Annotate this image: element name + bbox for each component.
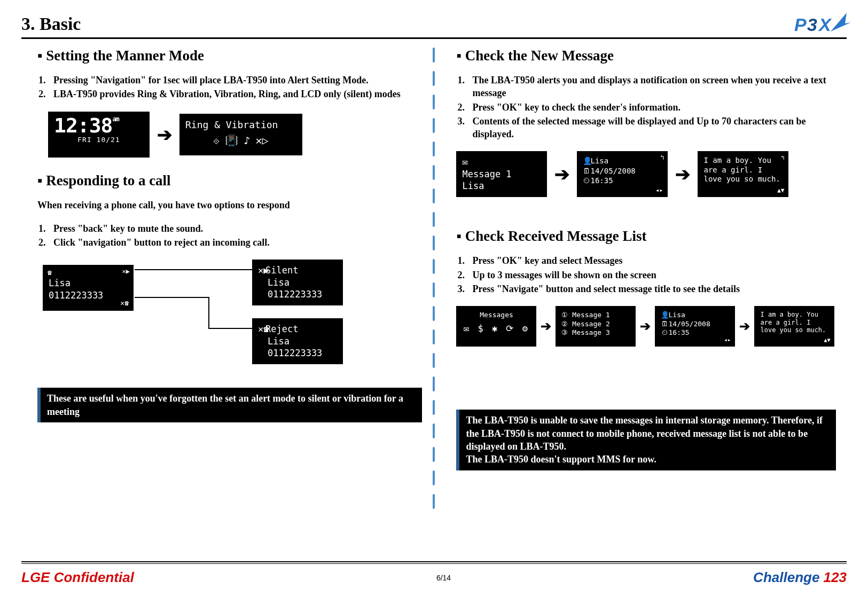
title-rule — [21, 37, 847, 39]
list-item: Up to 3 messages will be shown on the sc… — [467, 269, 836, 281]
arrow-icon: ➔ — [675, 163, 690, 185]
arrow-icon: ➔ — [157, 124, 172, 145]
page-title: 3. Basic — [21, 14, 847, 34]
lcd-message-body: I am a boy. You are a girl. I love you s… — [698, 151, 788, 197]
connector — [208, 297, 209, 329]
list-item: Contents of the selected message will be… — [467, 115, 836, 141]
silent-number: 0112223333 — [258, 288, 337, 300]
svg-text:X: X — [818, 14, 832, 35]
lcd-clock: 12:38am FRI 10/21 — [48, 112, 150, 158]
section-title-responding: Responding to a call — [37, 172, 422, 189]
footer-rule — [21, 563, 847, 564]
arrow-icon: ➔ — [739, 319, 750, 334]
left-column: Setting the Manner Mode Pressing "Naviga… — [21, 48, 433, 517]
phone-icon: ☎ — [48, 269, 52, 277]
list-item: Press "Navigate" button and select messa… — [467, 282, 836, 295]
section-title-new-message: Check the New Message — [456, 48, 836, 64]
footer-rule — [21, 561, 847, 562]
menu-icons: ✉ $ ✱ ⟳ ⚙ — [462, 323, 530, 334]
mute-icon: ✕▶ — [122, 268, 130, 275]
vibration-icon: 📳 — [225, 134, 238, 147]
responding-steps: Press "back" key to mute the sound. Clic… — [37, 222, 422, 249]
sender-time: 16:35 — [668, 328, 689, 336]
lcd-reject: ✕☎Reject Lisa 0112223333 — [252, 318, 343, 364]
nav-arrows-icon: ◂▸ — [724, 336, 731, 344]
arrow-icon: ➔ — [554, 163, 569, 185]
silent-icon: ✕▷ — [255, 134, 268, 147]
list-item: The LBA-T950 alerts you and displays a n… — [467, 74, 836, 100]
connector — [135, 269, 252, 270]
sender-date: 14/05/2008 — [590, 167, 635, 175]
lcd-incoming-call: ✕▶ ☎ Lisa 0112223333 ✕☎ — [43, 265, 134, 311]
message-list-steps: Press "OK" key and select Messages Up to… — [456, 254, 836, 295]
lcd-silent: ✕▶Silent Lisa 0112223333 — [252, 260, 343, 305]
reject-name: Lisa — [258, 335, 337, 347]
note-manner: These are useful when you've forgotten t… — [37, 388, 422, 422]
list-item: LBA-T950 provides Ring & Vibration, Vibr… — [48, 88, 422, 100]
clock-icon: ⏲ — [583, 176, 590, 185]
calendar-icon: 🗓 — [583, 166, 590, 176]
person-icon: 👤 — [583, 156, 590, 166]
svg-text:P: P — [794, 14, 807, 35]
manner-mode-screens: 12:38am FRI 10/21 ➔ Ring & Vibration ⟐ 📳… — [48, 112, 422, 158]
list-item: Click "navigation" button to reject an i… — [48, 236, 422, 249]
reject-label: Reject — [265, 324, 298, 334]
section-title-manner-mode: Setting the Manner Mode — [37, 48, 422, 64]
arrow-icon: ➔ — [541, 319, 551, 334]
notify-title: Message 1 — [462, 168, 541, 180]
message-body: I am a boy. You are a girl. I love you s… — [703, 156, 783, 184]
lcd-message-body: I am a boy. You are a girl. I love you s… — [754, 306, 834, 347]
svg-text:3: 3 — [807, 14, 817, 35]
connector — [135, 297, 209, 298]
column-divider — [433, 48, 435, 517]
clock-icon: ⏲ — [661, 328, 668, 337]
page-number: 6/14 — [436, 574, 451, 582]
manner-mode-steps: Pressing "Navigation" for 1sec will plac… — [37, 74, 422, 101]
note-storage: The LBA-T950 is unable to save the messa… — [456, 410, 836, 470]
reject-icon: ✕☎ — [120, 299, 129, 307]
silent-name: Lisa — [258, 277, 337, 288]
envelope-icon: ✉ — [462, 156, 541, 168]
lcd-messages-menu: Messages ✉ $ ✱ ⟳ ⚙ — [456, 306, 536, 347]
message-list-screens: Messages ✉ $ ✱ ⟳ ⚙ ➔ ① Message 1 ② Messa… — [456, 306, 836, 347]
responding-screens: ✕▶ ☎ Lisa 0112223333 ✕☎ ✕▶Silent Lisa 01… — [43, 260, 422, 372]
alert-mode-icons: ⟐ 📳 ♪ ✕▷ — [185, 134, 296, 147]
confidential-label: LGE Confidential — [21, 569, 134, 586]
list-item: Press "OK" key to check the sender's inf… — [467, 101, 836, 114]
back-icon: ↰ — [781, 154, 785, 161]
scroll-icon: ▲▼ — [777, 187, 784, 194]
menu-title: Messages — [462, 311, 530, 319]
caller-name: Lisa — [49, 277, 128, 289]
list-item: Press "OK" key and select Messages — [467, 254, 836, 267]
clock-time: 12:38 — [54, 114, 112, 137]
footer: LGE Confidential 6/14 Challenge 123 — [0, 561, 868, 586]
calendar-icon: 🗓 — [661, 320, 668, 328]
silent-label: Silent — [265, 265, 298, 276]
ring-title: Ring & Vibration — [185, 119, 296, 131]
responding-intro: When receiving a phone call, you have tw… — [37, 199, 422, 211]
new-message-steps: The LBA-T950 alerts you and displays a n… — [456, 74, 836, 140]
back-icon: ↰ — [660, 154, 664, 161]
list-item: Pressing "Navigation" for 1sec will plac… — [48, 74, 422, 87]
connector — [208, 328, 252, 329]
ring-icon: ♪ — [244, 134, 250, 147]
ring-vib-icon: ⟐ — [213, 134, 220, 147]
reject-number: 0112223333 — [258, 347, 337, 359]
list-row: ① Message 1 — [561, 311, 630, 319]
caller-number: 0112223333 — [49, 289, 128, 301]
section-title-message-list: Check Received Message List — [456, 228, 836, 245]
lcd-sender-info: ↰ 👤Lisa 🗓14/05/2008 ⏲16:35 ◂▸ — [577, 151, 668, 197]
list-row: ③ Message 3 — [561, 328, 630, 337]
clock-ampm: am — [112, 115, 119, 123]
challenge-label: Challenge 123 — [753, 569, 847, 586]
message-body: I am a boy. You are a girl. I love you s… — [760, 311, 828, 334]
sender-name: Lisa — [590, 156, 608, 165]
new-message-screens: ✉ Message 1 Lisa ➔ ↰ 👤Lisa 🗓14/05/2008 ⏲… — [456, 151, 836, 197]
list-row: ② Message 2 — [561, 320, 630, 328]
person-icon: 👤 — [661, 311, 668, 319]
notify-sender: Lisa — [462, 180, 541, 192]
scroll-icon: ▲▼ — [824, 337, 830, 344]
sender-name: Lisa — [668, 311, 685, 319]
challenge-number: 123 — [824, 569, 847, 585]
list-item: Press "back" key to mute the sound. — [48, 222, 422, 235]
